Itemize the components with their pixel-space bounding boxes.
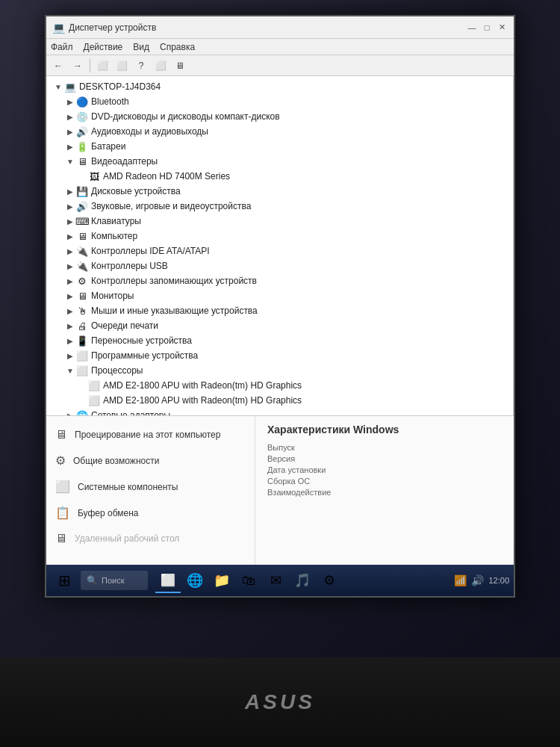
tree-computer[interactable]: ▶ 🖥 Компьютер <box>46 229 513 244</box>
close-button[interactable]: ✕ <box>496 22 508 34</box>
tree-ide[interactable]: ▶ 🔌 Контроллеры IDE ATA/ATAPI <box>46 244 513 258</box>
clipboard-icon: 📋 <box>55 506 70 520</box>
cpu2-label: AMD E2-1800 APU with Radeon(tm) HD Graph… <box>103 395 302 406</box>
sound-icon: 🔊 <box>76 200 88 212</box>
audio-label: Аудиовходы и аудиовыходы <box>91 126 208 137</box>
tree-monitors[interactable]: ▶ 🖥 Мониторы <box>46 288 513 303</box>
toolbar-btn-3[interactable]: ⬜ <box>152 58 169 74</box>
row-build: Сборка ОС <box>267 477 502 486</box>
taskbar-app-settings[interactable]: ⚙ <box>317 568 342 593</box>
toolbar-help-btn[interactable]: ? <box>132 58 150 74</box>
expand-print[interactable]: ▶ <box>64 320 76 332</box>
expand-monitors[interactable]: ▶ <box>64 290 76 302</box>
video-icon: 🖥 <box>76 155 88 167</box>
expand-sound[interactable]: ▶ <box>64 200 76 212</box>
back-button[interactable]: ← <box>49 58 67 74</box>
expand-computer[interactable]: ▶ <box>64 230 76 242</box>
menu-view[interactable]: Вид <box>133 42 149 52</box>
expand-software[interactable]: ▶ <box>64 350 76 362</box>
expand-portable[interactable]: ▶ <box>64 335 76 347</box>
minimize-button[interactable]: — <box>466 22 478 34</box>
taskbar-app-music[interactable]: 🎵 <box>290 568 315 593</box>
bottom-area: 🖥 Проецирование на этот компьютер ⚙ Общи… <box>46 415 514 565</box>
amd-label: AMD Radeon HD 7400M Series <box>103 171 230 182</box>
taskbar-app-devmgr[interactable]: ⬜ <box>155 568 181 593</box>
expand-processors[interactable]: ▼ <box>64 365 76 376</box>
tree-cpu2[interactable]: ▶ ⬜ AMD E2-1800 APU with Radeon(tm) HD G… <box>46 393 513 408</box>
taskbar-app-mail[interactable]: ✉ <box>263 568 288 593</box>
menu-help[interactable]: Справка <box>160 42 195 52</box>
tree-storage[interactable]: ▶ ⚙ Контроллеры запоминающих устройств <box>46 273 513 288</box>
tree-software[interactable]: ▶ ⬜ Программные устройства <box>46 348 513 363</box>
clipboard-item[interactable]: 📋 Буфер обмена <box>46 500 255 526</box>
tree-portable[interactable]: ▶ 📱 Переносные устройства <box>46 333 513 348</box>
title-bar-controls: — □ ✕ <box>466 22 508 34</box>
taskbar-volume-icon[interactable]: 🔊 <box>471 574 484 586</box>
tree-video[interactable]: ▼ 🖥 Видеоадаптеры <box>46 154 513 169</box>
maximize-button[interactable]: □ <box>481 22 493 34</box>
keyboards-label: Клавиатуры <box>91 216 141 226</box>
expand-battery[interactable]: ▶ <box>64 140 76 152</box>
tree-amd-radeon[interactable]: ▶ 🖼 AMD Radeon HD 7400M Series <box>46 169 513 184</box>
processors-icon: ⬜ <box>76 365 88 376</box>
expand-storage[interactable]: ▶ <box>64 275 76 287</box>
menu-file[interactable]: Файл <box>51 42 73 52</box>
computer-label: Компьютер <box>91 231 137 241</box>
right-panel: Характеристики Windows Выпуск Версия Дат… <box>255 416 514 565</box>
taskbar-app-files[interactable]: 📁 <box>209 568 234 593</box>
tree-audio[interactable]: ▶ 🔊 Аудиовходы и аудиовыходы <box>46 124 513 139</box>
expand-disk[interactable]: ▶ <box>64 185 76 197</box>
tree-keyboards[interactable]: ▶ ⌨ Клавиатуры <box>46 214 513 229</box>
remote-item[interactable]: 🖥 Удаленный рабочий стол <box>46 526 255 551</box>
forward-button[interactable]: → <box>69 58 87 74</box>
asus-brand-logo: ASUS <box>245 690 315 714</box>
features-item[interactable]: ⚙ Общие возможности <box>46 447 255 474</box>
toolbar: ← → ⬜ ⬜ ? ⬜ 🖥 <box>46 55 514 76</box>
tree-sound[interactable]: ▶ 🔊 Звуковые, игровые и видеоустройства <box>46 199 513 214</box>
taskbar-wifi-icon[interactable]: 📶 <box>454 574 467 586</box>
storage-icon: ⚙ <box>76 275 88 287</box>
dvd-icon: 💿 <box>76 111 88 123</box>
remote-label: Удаленный рабочий стол <box>75 533 179 544</box>
software-icon: ⬜ <box>76 350 88 362</box>
tree-cpu1[interactable]: ▶ ⬜ AMD E2-1800 APU with Radeon(tm) HD G… <box>46 378 513 393</box>
tree-usb[interactable]: ▶ 🔌 Контроллеры USB <box>46 258 513 273</box>
expand-dvd[interactable]: ▶ <box>64 111 76 123</box>
taskbar-app-edge[interactable]: 🌐 <box>182 568 208 593</box>
toolbar-monitor-btn[interactable]: 🖥 <box>171 58 189 74</box>
tree-battery[interactable]: ▶ 🔋 Батареи <box>46 139 513 154</box>
tree-dvd[interactable]: ▶ 💿 DVD-дисководы и дисководы компакт-ди… <box>46 109 513 124</box>
print-label: Очереди печати <box>91 320 158 331</box>
expand-audio[interactable]: ▶ <box>64 125 76 137</box>
tree-bluetooth[interactable]: ▶ 🔵 Bluetooth <box>46 94 513 109</box>
tree-processors[interactable]: ▼ ⬜ Процессоры <box>46 363 513 378</box>
taskbar-app-store[interactable]: 🛍 <box>236 568 261 593</box>
expand-root[interactable]: ▼ <box>52 81 64 93</box>
device-tree[interactable]: ▼ 💻 DESKTOP-1J4D364 ▶ 🔵 Bluetooth ▶ 💿 DV… <box>46 76 514 435</box>
expand-ide[interactable]: ▶ <box>64 245 76 257</box>
start-button[interactable]: ⊞ <box>51 567 78 594</box>
tree-mice[interactable]: ▶ 🖱 Мыши и иные указывающие устройства <box>46 303 513 318</box>
portable-icon: 📱 <box>76 335 88 347</box>
row-edition: Выпуск <box>267 443 502 452</box>
expand-bluetooth[interactable]: ▶ <box>64 96 76 108</box>
menu-action[interactable]: Действие <box>84 42 123 52</box>
toolbar-btn-1[interactable]: ⬜ <box>93 58 111 74</box>
expand-mice[interactable]: ▶ <box>64 305 76 317</box>
tree-print[interactable]: ▶ 🖨 Очереди печати <box>46 318 513 333</box>
toolbar-btn-2[interactable]: ⬜ <box>113 58 131 74</box>
expand-video[interactable]: ▼ <box>64 155 76 167</box>
tree-root[interactable]: ▼ 💻 DESKTOP-1J4D364 <box>46 79 513 94</box>
taskbar-search[interactable]: 🔍 Поиск <box>81 571 148 590</box>
projection-item[interactable]: 🖥 Проецирование на этот компьютер <box>46 422 255 447</box>
title-bar: 💻 Диспетчер устройств — □ ✕ <box>46 16 514 39</box>
expand-usb[interactable]: ▶ <box>64 260 76 272</box>
components-item[interactable]: ⬜ Системные компоненты <box>46 474 255 500</box>
monitor-icon: 🖥 <box>76 290 88 302</box>
projection-label: Проецирование на этот компьютер <box>75 430 220 440</box>
ide-icon: 🔌 <box>76 245 88 257</box>
tree-disk[interactable]: ▶ 💾 Дисковые устройства <box>46 184 513 199</box>
windows-features-title: Характеристики Windows <box>267 424 502 436</box>
software-label: Программные устройства <box>91 350 198 361</box>
projection-icon: 🖥 <box>55 428 67 441</box>
